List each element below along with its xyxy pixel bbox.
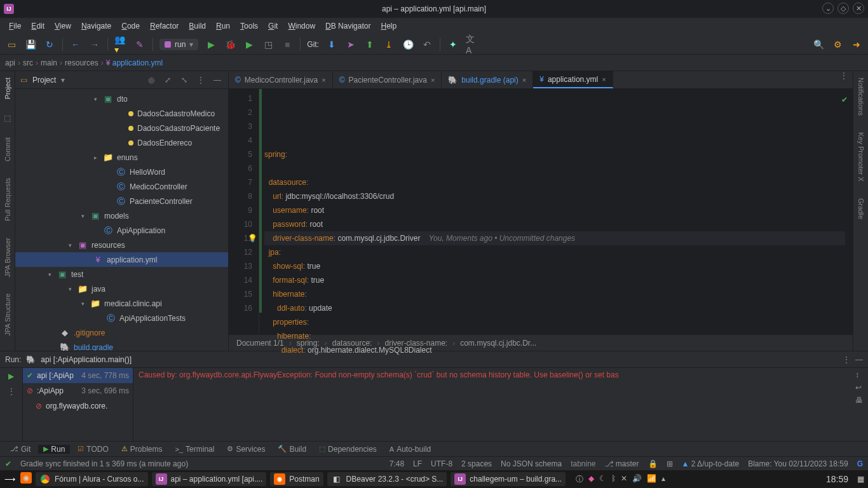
editor-tab[interactable]: 🐘build.gradle (api)× [442,71,533,88]
git-commit-icon[interactable]: ➤ [344,38,357,51]
tree-item[interactable]: ¥application.yml [15,252,228,267]
taskbar-item[interactable]: IJchallegem-um – build.gra... [451,472,566,486]
run-console[interactable]: Caused by: org.flywaydb.core.api.FlywayE… [133,368,868,441]
more-icon[interactable]: ⋮ [195,76,207,85]
menu-navigate[interactable]: Navigate [78,20,115,32]
close-tab-icon[interactable]: × [322,76,325,84]
tree-item[interactable]: ▾▣models [15,208,228,223]
taskbar-item[interactable]: ◉Postman [270,472,323,486]
coverage-icon[interactable]: ▶ [243,38,255,51]
debug-icon[interactable]: 🐞 [224,38,236,51]
tray-volume-icon[interactable]: 🔊 [632,474,642,485]
run-hide-icon[interactable]: — [855,355,863,364]
status-blame[interactable]: Blame: You 02/11/2023 18:59 [748,459,848,468]
run-task-row[interactable]: ⊘org.flywaydb.core. [23,398,133,414]
taskbar-item[interactable]: Fórum | Alura - Cursos o... [36,472,148,486]
avatar-icon[interactable]: ➜ [850,38,863,51]
status-line-ending[interactable]: LF [413,459,422,468]
menu-tools[interactable]: Tools [236,20,262,32]
taskbar-item[interactable]: IJapi – application.yml [api.... [152,472,267,486]
menu-code[interactable]: Code [118,20,144,32]
tree-item[interactable]: ▾▣resources [15,238,228,252]
menu-refactor[interactable]: Refactor [146,20,182,32]
menu-edit[interactable]: Edit [27,20,48,32]
settings-icon[interactable]: ⚙ [831,38,844,51]
menu-help[interactable]: Help [377,20,400,32]
status-schema[interactable]: No JSON schema [501,459,562,468]
soft-wrap-icon[interactable]: ↩ [855,383,863,392]
tree-item[interactable]: ▾▣test [15,267,228,281]
tray-logo-icon[interactable]: ▦ [857,475,864,484]
run-config-selector[interactable]: run ▾ [159,39,198,50]
print-icon[interactable]: 🖶 [855,396,863,405]
bottom-tab-git[interactable]: ⎇Git [5,445,36,454]
status-caret-pos[interactable]: 7:48 [390,459,404,468]
code-line[interactable]: properties: [264,315,853,329]
editor-tab[interactable]: ¥application.yml× [533,71,613,88]
tray-info-icon[interactable]: ⓘ [576,474,583,485]
profile-icon[interactable]: ◳ [262,38,275,51]
code-line[interactable]: hibernate: [264,287,853,301]
tree-item[interactable]: DadosEndereco [15,135,228,150]
tree-item[interactable]: ▾📁medical.clinic.api [15,296,228,311]
ai-icon[interactable]: ✦ [447,38,459,51]
tree-item[interactable]: ⒸPacienteController [15,194,228,208]
left-tab-jpa-structure[interactable]: JPA Structure [4,291,11,338]
editor-tab[interactable]: ©MedicoController.java× [229,71,333,88]
open-icon[interactable]: ▭ [5,38,18,51]
code-line[interactable]: jpa: [264,245,853,259]
close-tab-icon[interactable]: × [522,76,526,84]
run-task-row[interactable]: ✔api [:ApiAp4 sec, 778 ms [23,368,133,383]
run-icon[interactable]: ▶ [205,38,217,51]
tree-item[interactable]: ⒸMedicoController [15,179,228,194]
tree-item[interactable]: ▾▣dto [15,92,228,106]
status-indent[interactable]: 2 spaces [461,459,492,468]
right-tab-key-promoter-x[interactable]: Key Promoter X [857,130,865,184]
bottom-tab-auto-build[interactable]: AAuto-build [384,445,436,454]
code-line[interactable]: datasource: [264,175,853,189]
git-push-icon[interactable]: ⬆ [363,38,376,51]
status-tool-icon[interactable]: ⊞ [667,459,673,468]
menu-window[interactable]: Window [284,20,319,32]
close-icon[interactable]: ✕ [853,3,864,14]
tree-item[interactable]: ◆.gitignore [15,325,228,340]
taskbar-item[interactable]: ◧DBeaver 23.2.3 - <crud> S... [327,472,447,486]
code-line[interactable]: username: root [264,203,853,217]
bottom-tab-services[interactable]: ⚙Services [222,445,270,454]
tree-item[interactable]: ▾📁java [15,281,228,296]
close-tab-icon[interactable]: × [431,76,435,84]
save-icon[interactable]: 💾 [24,38,37,51]
bottom-tab-terminal[interactable]: >_Terminal [170,445,220,454]
run-stop-icon[interactable]: ⋮ [8,387,15,396]
right-tab-gradle[interactable]: Gradle [857,196,865,222]
menu-file[interactable]: File [5,20,25,32]
git-rollback-icon[interactable]: ↶ [421,38,433,51]
rerun-icon[interactable]: ▶ [8,372,14,381]
tree-item[interactable]: DadosCadastroPaciente [15,121,228,135]
breadcrumb-item[interactable]: api [5,58,15,67]
menu-view[interactable]: View [51,20,75,32]
status-lock-icon[interactable]: 🔒 [648,459,658,468]
collapse-icon[interactable]: ⤡ [179,76,190,85]
tray-chevron-icon[interactable]: ▴ [661,474,665,485]
tree-item[interactable]: 🐘build.gradle [15,340,228,351]
right-tab-notifications[interactable]: Notifications [857,75,865,118]
left-tab-pull-requests[interactable]: Pull Requests [4,175,11,224]
git-history-icon[interactable]: 🕒 [402,38,414,51]
tree-item[interactable]: ⒸHelloWord [15,165,228,179]
wand-icon[interactable]: ✎ [133,38,146,51]
expand-icon[interactable]: ⤢ [162,76,173,85]
bottom-tab-build[interactable]: 🔨Build [273,445,311,454]
project-tree[interactable]: ▾▣dtoDadosCadastroMedicoDadosCadastroPac… [15,89,228,351]
bottom-tab-dependencies[interactable]: ⬚Dependencies [314,445,382,454]
menu-build[interactable]: Build [185,20,210,32]
code-line[interactable]: dialect: org.hibernate.dialect.MySQL8Dia… [264,343,853,357]
forward-icon[interactable]: → [88,38,101,51]
status-encoding[interactable]: UTF-8 [431,459,452,468]
breadcrumb-item[interactable]: resources [65,58,98,67]
status-branch[interactable]: ⎇ master [605,459,639,468]
code-line[interactable]: ddl-auto: update [264,301,853,315]
editor-tab[interactable]: ©PacienteController.java× [333,71,442,88]
maximize-icon[interactable]: ◇ [837,3,849,14]
tray-cube-icon[interactable]: ◆ [588,474,594,485]
